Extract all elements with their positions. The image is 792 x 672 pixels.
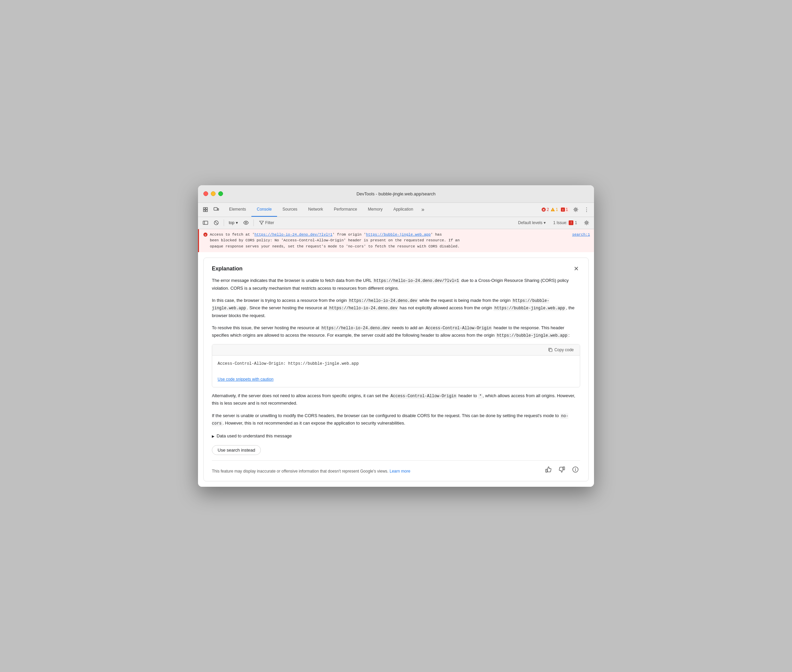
default-levels-area: Default levels ▾ 1 Issue: ! 1: [515, 218, 591, 227]
explanation-title: Explanation: [212, 266, 243, 272]
code-snippet-content: Access-Control-Allow-Origin: https://bub…: [212, 355, 580, 372]
tab-console[interactable]: Console: [251, 203, 277, 217]
error-circle-icon: ✕: [203, 232, 208, 240]
thumbs-down-button[interactable]: [557, 465, 567, 474]
console-toolbar: top ▾ Filter Default levels ▾ 1 Issue: !: [198, 217, 594, 229]
titlebar: DevTools - bubble-jingle.web.app/search: [198, 185, 594, 203]
console-area: ✕ Access to fetch at 'https://hello-io-2…: [198, 229, 594, 487]
issues-indicator: 1 Issue: ! 1: [551, 220, 580, 226]
more-tabs-button[interactable]: »: [418, 203, 427, 217]
console-settings-button[interactable]: [582, 218, 591, 227]
tab-network[interactable]: Network: [303, 203, 329, 217]
sidebar-toggle-button[interactable]: [201, 218, 210, 227]
issue-error-icon: !: [568, 221, 573, 225]
device-toggle-icon[interactable]: [211, 205, 221, 214]
close-explanation-button[interactable]: ✕: [572, 265, 580, 273]
tab-icon-group: [201, 205, 221, 214]
explanation-para-5: If the server is unable or unwilling to …: [212, 412, 580, 427]
svg-rect-22: [563, 467, 565, 470]
disclaimer-text: This feature may display inaccurate or o…: [212, 468, 410, 474]
issues-badge: ! 1: [559, 207, 570, 212]
disclaimer-area: This feature may display inaccurate or o…: [212, 461, 580, 474]
error-log-entry: ✕ Access to fetch at 'https://hello-io-2…: [198, 229, 594, 253]
code-caution-link[interactable]: Use code snippets with caution: [217, 376, 273, 382]
svg-point-17: [586, 222, 588, 224]
error-message-text: Access to fetch at 'https://hello-io-24.…: [210, 232, 570, 250]
traffic-lights: [203, 191, 223, 196]
error-badge: ✕ 2: [541, 207, 549, 212]
devtools-window: DevTools - bubble-jingle.web.app/search: [198, 185, 594, 487]
error-url-link-2[interactable]: https://bubble-jingle.web.app: [366, 232, 431, 237]
tab-application[interactable]: Application: [388, 203, 418, 217]
svg-rect-4: [214, 208, 217, 210]
feedback-icons: [544, 465, 580, 474]
svg-rect-0: [203, 208, 205, 209]
context-selector[interactable]: top ▾: [227, 220, 240, 226]
clear-console-button[interactable]: [211, 218, 221, 227]
svg-point-25: [575, 468, 576, 469]
svg-rect-12: [203, 221, 208, 224]
toolbar-separator: [224, 219, 224, 226]
svg-point-11: [575, 209, 577, 211]
explanation-body: The error message indicates that the bro…: [212, 277, 580, 474]
warning-badge: ! 1: [551, 207, 558, 212]
minimize-button[interactable]: [211, 191, 216, 196]
svg-point-16: [245, 222, 247, 224]
explanation-para-1: The error message indicates that the bro…: [212, 277, 580, 292]
explanation-para-4: Alternatively, if the server does not ne…: [212, 392, 580, 407]
thumbs-up-button[interactable]: [544, 465, 553, 474]
svg-text:✕: ✕: [542, 208, 545, 211]
main-tabs: Elements Console Sources Network Perform…: [224, 203, 541, 217]
info-report-button[interactable]: [571, 465, 580, 474]
tabs-bar: Elements Console Sources Network Perform…: [198, 203, 594, 217]
data-disclosure-toggle[interactable]: Data used to understand this message: [212, 432, 580, 440]
tab-memory[interactable]: Memory: [362, 203, 388, 217]
explanation-header: Explanation ✕: [212, 265, 580, 273]
window-title: DevTools - bubble-jingle.web.app/search: [356, 191, 436, 197]
learn-more-link[interactable]: Learn more: [390, 469, 410, 474]
svg-rect-1: [206, 208, 208, 209]
svg-rect-3: [206, 210, 208, 211]
tab-actions: ✕ 2 ! 1 ! 1: [541, 205, 591, 214]
inspect-icon[interactable]: [201, 205, 210, 214]
close-button[interactable]: [203, 191, 208, 196]
use-search-button[interactable]: Use search instead: [212, 445, 261, 455]
error-source-link[interactable]: search:1: [572, 232, 590, 238]
code-block: Copy code Access-Control-Allow-Origin: h…: [212, 344, 580, 387]
eye-icon-button[interactable]: [241, 218, 251, 227]
tab-elements[interactable]: Elements: [224, 203, 251, 217]
explanation-panel: Explanation ✕ The error message indicate…: [203, 258, 589, 482]
code-block-toolbar: Copy code: [212, 344, 580, 355]
svg-rect-2: [203, 210, 205, 211]
more-options-button[interactable]: ⋮: [582, 205, 591, 214]
tab-sources[interactable]: Sources: [277, 203, 303, 217]
chevron-down-icon: ▾: [236, 221, 238, 225]
error-url-link-1[interactable]: https://hello-io-24.deno.dev/?lvl=1: [254, 232, 332, 237]
explanation-para-3: To resolve this issue, the server hostin…: [212, 324, 580, 339]
svg-text:!: !: [552, 208, 553, 211]
settings-button[interactable]: [571, 205, 581, 214]
copy-code-button[interactable]: Copy code: [545, 347, 576, 353]
maximize-button[interactable]: [218, 191, 223, 196]
explanation-para-2: In this case, the browser is trying to a…: [212, 297, 580, 320]
chevron-down-icon-levels: ▾: [544, 221, 546, 225]
tab-performance[interactable]: Performance: [329, 203, 362, 217]
svg-text:!: !: [562, 208, 564, 211]
svg-text:✕: ✕: [204, 233, 206, 237]
svg-rect-21: [546, 469, 547, 472]
svg-line-15: [215, 221, 217, 224]
svg-rect-5: [217, 208, 219, 210]
code-caution-area: Use code snippets with caution: [212, 372, 580, 387]
default-levels-button[interactable]: Default levels ▾: [515, 220, 548, 226]
svg-rect-20: [549, 349, 552, 352]
filter-area: Filter: [257, 220, 277, 226]
